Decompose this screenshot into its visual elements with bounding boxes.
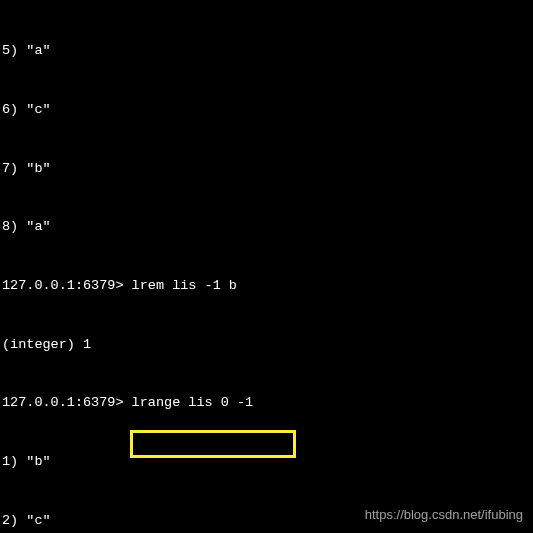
output-line: 5) "a": [2, 41, 531, 61]
output-line: 1) "b": [2, 452, 531, 472]
output-line: 6) "c": [2, 100, 531, 120]
command-line: 127.0.0.1:6379> lrem lis -1 b: [2, 276, 531, 296]
output-line: (integer) 1: [2, 335, 531, 355]
watermark-text: https://blog.csdn.net/ifubing: [365, 506, 523, 525]
output-line: 7) "b": [2, 159, 531, 179]
terminal-output: 5) "a" 6) "c" 7) "b" 8) "a" 127.0.0.1:63…: [2, 2, 531, 533]
command-line: 127.0.0.1:6379> lrange lis 0 -1: [2, 393, 531, 413]
output-line: 8) "a": [2, 217, 531, 237]
